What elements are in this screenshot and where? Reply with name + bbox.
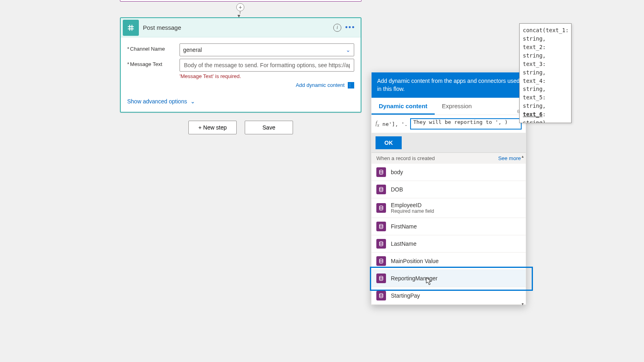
message-text-input[interactable] [180,59,354,72]
field-mainposition-value[interactable]: MainPosition Value [372,253,526,270]
fx-icon: fx [376,120,379,128]
field-name: ReportingManager [391,275,438,282]
svg-point-6 [380,206,383,208]
field-name: MainPosition Value [391,258,439,264]
data-source-icon [376,291,386,300]
field-name: StartingPay [391,292,420,299]
field-reportingmanager[interactable]: ReportingManager [372,270,526,287]
action-card-post-message: Post message i ••• *Channel Name general… [120,17,361,113]
see-more-link[interactable]: See more [498,155,521,161]
field-name: FirstName [391,223,417,230]
data-source-icon [376,239,386,249]
info-icon: i [333,24,341,32]
add-dynamic-content-link[interactable]: Add dynamic content [296,82,345,88]
ok-button[interactable]: OK [376,136,402,149]
field-name: DOB [391,186,403,193]
field-employeeid[interactable]: EmployeeIDRequired name field [372,198,526,218]
field-name: body [391,169,403,175]
data-source-icon [376,222,386,231]
info-button[interactable]: i [331,21,344,34]
scroll-down-icon[interactable]: ▾ [522,302,526,306]
scroll-up-icon[interactable]: ▴ [522,154,526,159]
expression-input[interactable]: They will be reporting to ', ) [410,118,522,130]
chevron-down-icon: ⌄ [190,98,195,105]
field-firstname[interactable]: FirstName [372,218,526,235]
data-source-icon [376,256,386,266]
channel-name-select[interactable]: general ⌄ [180,43,354,56]
save-button[interactable]: Save [245,121,293,134]
svg-point-9 [380,259,383,261]
svg-point-8 [380,242,383,243]
data-source-icon [376,274,386,283]
card-header[interactable]: Post message i ••• [121,18,361,37]
field-name: LastName [391,241,417,247]
tab-expression[interactable]: Expression [435,98,479,115]
field-startingpay[interactable]: StartingPay [372,287,526,304]
show-advanced-options-link[interactable]: Show advanced options⌄ [127,98,195,105]
previous-step-card-edge [120,0,361,2]
dynamic-content-banner: Add dynamic content from the apps and co… [372,72,526,98]
field-dob[interactable]: DOB [372,181,526,198]
add-step-button[interactable]: + [236,3,244,11]
section-title: When a record is created [376,155,435,161]
channel-name-label: *Channel Name [127,43,180,52]
tab-dynamic-content[interactable]: Dynamic content [372,98,435,115]
card-title: Post message [143,24,331,31]
add-dynamic-content-icon: ⋮⋮ [348,82,354,88]
intellisense-tooltip: concat(text_1:string,text_2:string,text_… [519,23,572,123]
field-body[interactable]: body [372,164,526,181]
new-step-button[interactable]: + New step [188,121,237,134]
data-source-icon [376,185,386,194]
svg-point-5 [380,187,383,189]
field-lastname[interactable]: LastName [372,235,526,253]
message-text-label: *Message Text [127,59,180,67]
field-name: EmployeeID [391,202,434,208]
dynamic-content-panel: Add dynamic content from the apps and co… [371,72,526,305]
field-description: Required name field [391,208,434,214]
svg-point-7 [380,224,383,226]
svg-point-4 [380,170,383,172]
svg-point-10 [380,276,383,278]
dynamic-content-tabs: Dynamic content Expression 6/6 [372,98,526,115]
section-header: When a record is created See more [372,153,526,164]
channel-name-value: general [183,47,202,53]
svg-point-11 [380,294,383,295]
chevron-down-icon: ⌄ [346,47,351,53]
slack-icon [123,20,139,36]
message-text-error: 'Message Text' is required. [180,73,354,79]
expression-prefix: ne'], '. [382,121,408,127]
data-source-icon [376,203,386,213]
more-menu-button[interactable]: ••• [344,21,357,34]
message-text-field[interactable] [183,59,351,71]
fields-list: bodyDOBEmployeeIDRequired name fieldFirs… [372,164,526,304]
data-source-icon [376,167,386,177]
